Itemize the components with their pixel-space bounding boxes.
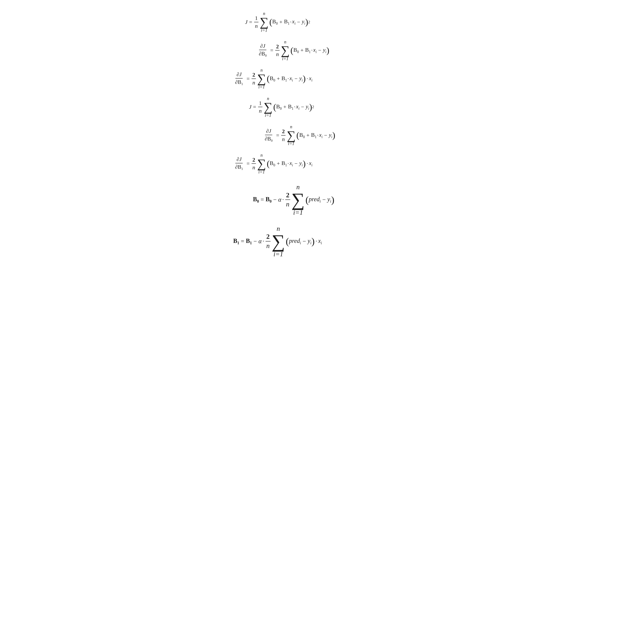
equation-3: ∂J ∂B1 = 2 n n ∑ i=1 ( B0 + B1 · xi − yi… xyxy=(233,65,411,93)
equation-4: J = 1 n n ∑ i=1 ( B0 + B1 · xi − yi ) 2 xyxy=(233,93,411,121)
summation-5: n ∑ i=1 xyxy=(287,125,296,146)
B1-term: B1 xyxy=(284,18,289,26)
fraction-2-n-eq8: 2 n xyxy=(266,233,271,250)
summation-4: n ∑ i=1 xyxy=(264,96,272,118)
B0-term-2: B0 xyxy=(293,47,299,54)
equation-8: B1 = B1 − α · 2 n n ∑ i=1 ( predi − yi )… xyxy=(233,219,411,261)
B1-left: B1 xyxy=(233,238,239,245)
B0-term: B0 xyxy=(272,18,278,26)
partial-J-B1-2: ∂J ∂B1 xyxy=(234,156,244,171)
B0-right: B0 xyxy=(266,196,272,204)
summation-3: n ∑ i=1 xyxy=(257,68,266,89)
math-container: J = 1 n n ∑ i=1 ( B0 + B1 · xi − yi ) 2 xyxy=(233,8,411,261)
B0-left: B0 xyxy=(253,196,259,204)
fraction-1-n-eq4: 1 n xyxy=(258,100,262,114)
summation-6: n ∑ i=1 xyxy=(257,153,266,174)
fraction-2-n-eq6: 2 n xyxy=(252,156,256,171)
summation-2: n ∑ i=1 xyxy=(281,40,290,61)
summation-8: n ∑ i=1 xyxy=(272,225,285,257)
partial-J-B0: ∂J ∂B0 xyxy=(258,43,268,58)
fraction-2-n-eq3: 2 n xyxy=(252,71,256,86)
J-symbol: J xyxy=(245,19,247,25)
equation-1: J = 1 n n ∑ i=1 ( B0 + B1 · xi − yi ) 2 xyxy=(233,8,411,36)
summation-7: n ∑ i=1 xyxy=(291,184,305,216)
fraction-2-n-eq2: 2 n xyxy=(275,43,280,58)
equation-5: ∂J ∂B0 = 2 n n ∑ i=1 ( B0 + B1 · xi − yi… xyxy=(233,121,411,150)
equation-6: ∂J ∂B1 = 2 n n ∑ i=1 ( B0 + B1 · xi − yi… xyxy=(233,150,411,178)
equation-7: B0 = B0 − α · 2 n n ∑ i=1 ( predi − yi ) xyxy=(233,178,411,219)
partial-J-B0-2: ∂J ∂B0 xyxy=(264,128,274,143)
partial-J-B1: ∂J ∂B1 xyxy=(234,71,244,86)
summation-1: n ∑ i=1 xyxy=(260,11,269,33)
J-symbol-2: J xyxy=(249,104,251,110)
fraction-2-n-eq7: 2 n xyxy=(285,191,290,208)
fraction-1-n: 1 n xyxy=(254,15,258,29)
B1-right: B1 xyxy=(246,238,252,245)
equation-2: ∂J ∂B0 = 2 n n ∑ i=1 ( B0 + B1 · xi − yi… xyxy=(233,36,411,65)
fraction-2-n-eq5: 2 n xyxy=(281,128,285,142)
